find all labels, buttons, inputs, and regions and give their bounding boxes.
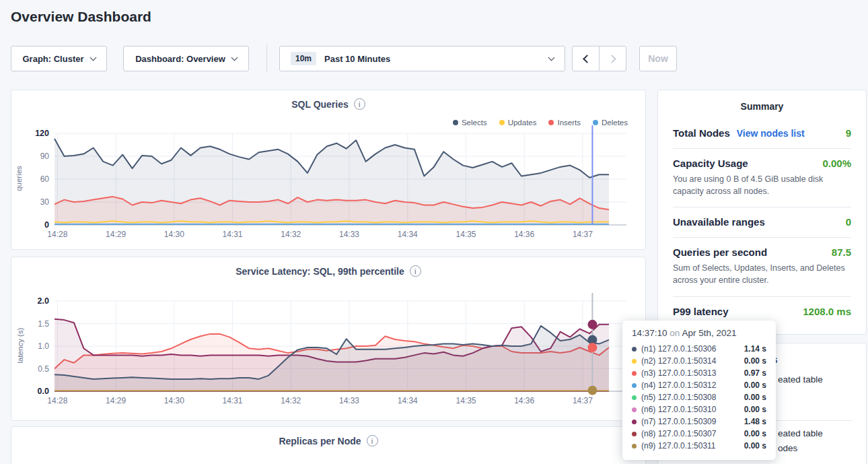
series-dot [632,420,637,424]
summary-label: Capacity Usage [673,158,748,169]
series-dot [632,347,637,352]
svg-text:14:33: 14:33 [339,396,359,405]
svg-text:14:35: 14:35 [456,230,476,239]
time-now-button[interactable]: Now [639,46,677,71]
summary-label: Queries per second [673,246,767,258]
svg-text:90: 90 [40,152,50,161]
series-dot [632,395,637,400]
summary-description: Sum of Selects, Updates, Inserts, and De… [673,262,851,286]
series-dot [632,407,637,412]
chevron-down-icon [548,54,555,61]
summary-value: 9 [846,127,851,139]
svg-text:14:30: 14:30 [164,230,184,239]
event-item-text-fragment: eated table [778,374,823,385]
summary-title: Summary [673,101,851,112]
tooltip-node-row: (n1) 127.0.0.1:50306 1.14 s [632,343,766,355]
summary-panel: Summary Total Nodes View nodes list 9 Ca… [657,90,867,335]
info-icon[interactable]: i [354,98,365,110]
tooltip-node-row: (n7) 127.0.0.1:50309 1.48 s [632,416,766,428]
sql-queries-chart[interactable]: 14:2814:2914:3014:3114:3214:3314:3414:35… [11,90,645,249]
time-now-label: Now [648,53,668,64]
svg-text:14:32: 14:32 [281,230,301,239]
legend-item-inserts[interactable]: Inserts [548,119,581,127]
svg-text:14:35: 14:35 [456,396,476,405]
dashboard-dropdown[interactable]: Dashboard: Overview [123,46,249,71]
svg-text:14:34: 14:34 [398,230,418,239]
chart-hover-tooltip: 14:37:10 on Apr 5th, 2021 (n1) 127.0.0.1… [622,321,776,460]
event-item-text-fragment: eated table [778,428,823,438]
svg-text:14:29: 14:29 [106,396,126,405]
svg-text:14:28: 14:28 [47,230,67,239]
tooltip-node-row: (n8) 127.0.0.1:50307 0.00 s [632,428,766,440]
svg-text:60: 60 [40,174,50,184]
tooltip-node-row: (n6) 127.0.0.1:50310 0.00 s [632,403,766,416]
page-title: Overview Dashboard [11,9,151,25]
series-dot [632,444,637,449]
svg-text:30: 30 [40,197,50,207]
legend-item-selects[interactable]: Selects [453,119,487,127]
svg-text:0.5: 0.5 [38,364,49,374]
svg-text:14:31: 14:31 [223,396,243,405]
toolbar-divider [266,44,267,72]
svg-text:14:36: 14:36 [514,230,534,239]
series-dot [632,359,637,364]
tooltip-node-row: (n2) 127.0.0.1:50314 0.00 s [632,355,766,367]
series-dot [453,120,458,125]
svg-text:14:28: 14:28 [47,396,67,405]
chevron-right-icon [608,55,616,63]
series-dot [632,432,637,436]
sql-queries-chart-title: SQL Queries [291,99,349,110]
summary-description: You are using 0 B of 4.5 GiB usable disk… [673,173,851,197]
summary-label: Total Nodes [673,127,730,139]
svg-text:2.0: 2.0 [38,296,49,306]
chevron-left-icon [583,55,591,63]
overview-dashboard-page: Overview Dashboard Graph: Cluster Dashbo… [0,0,868,464]
service-latency-chart[interactable]: 14:2814:2914:3014:3114:3214:3314:3414:35… [11,257,645,420]
legend-item-updates[interactable]: Updates [499,119,537,127]
info-icon[interactable]: i [410,265,421,277]
replicas-per-node-chart-title: Replicas per Node [279,436,361,446]
summary-value: 0.00% [822,158,851,169]
legend-item-deletes[interactable]: Deletes [593,119,628,127]
graph-scope-dropdown-label: Graph: Cluster [22,54,83,64]
summary-label: Unavailable ranges [673,216,765,228]
svg-text:1.0: 1.0 [38,341,49,351]
svg-text:120: 120 [35,129,49,138]
view-nodes-list-link[interactable]: View nodes list [737,128,805,139]
sql-queries-legend: Selects Updates Inserts Deletes [453,119,628,127]
svg-text:14:31: 14:31 [223,230,243,239]
service-latency-chart-panel: Service Latency: SQL, 99th percentile i … [11,257,646,421]
graph-scope-dropdown[interactable]: Graph: Cluster [11,46,107,71]
summary-row-capacity-usage: Capacity Usage 0.00% You are using 0 B o… [673,148,851,207]
tooltip-node-row: (n3) 127.0.0.1:50313 0.97 s [632,367,766,379]
time-prev-button[interactable] [572,46,600,71]
summary-label: P99 latency [673,306,729,317]
series-dot [548,120,554,125]
summary-row-queries-per-second: Queries per second 87.5 Sum of Selects, … [673,237,851,296]
sql-queries-chart-panel: SQL Queries i Selects Updates Inserts De… [11,90,646,250]
chevron-down-icon [231,54,238,61]
info-icon[interactable]: i [367,435,378,446]
svg-text:14:32: 14:32 [281,396,301,405]
dashboard-dropdown-label: Dashboard: Overview [135,54,225,64]
event-item-text-fragment: odes [778,443,797,453]
time-next-button[interactable] [599,46,626,71]
summary-value: 0 [846,216,851,228]
time-range-label: Past 10 Minutes [324,54,390,64]
replicas-per-node-chart-panel: Replicas per Node i [11,426,646,464]
summary-row-total-nodes: Total Nodes View nodes list 9 [673,119,851,148]
chevron-down-icon [89,54,96,61]
svg-text:14:37: 14:37 [573,230,593,239]
series-dot [632,371,637,376]
summary-value: 87.5 [832,246,851,258]
series-dot [632,383,637,388]
tooltip-node-row: (n9) 127.0.0.1:50311 0.00 s [632,440,766,452]
svg-text:14:37: 14:37 [573,396,593,405]
sql-queries-y-axis-label: queries [15,166,23,191]
tooltip-node-row: (n4) 127.0.0.1:50312 0.00 s [632,379,766,391]
tooltip-timestamp: 14:37:10 on Apr 5th, 2021 [632,328,766,338]
svg-text:0.0: 0.0 [38,387,49,396]
series-dot [499,120,505,125]
series-dot [593,120,598,125]
time-range-dropdown[interactable]: 10m Past 10 Minutes [279,46,565,71]
